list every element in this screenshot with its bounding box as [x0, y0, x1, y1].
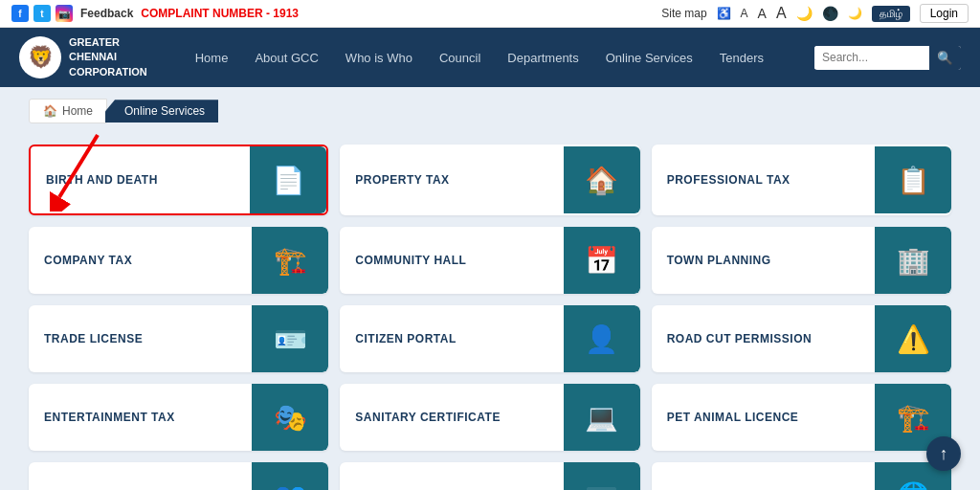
theme-moon2-icon[interactable]: 🌑: [822, 6, 838, 21]
service-label-citizen-portal: CITIZEN PORTAL: [340, 319, 563, 359]
service-card-company-tax[interactable]: COMPANY TAX🏗️: [29, 227, 328, 294]
feedback-label[interactable]: Feedback: [80, 7, 133, 20]
logo-line2: CHENNAI: [69, 50, 147, 64]
topbar: f t 📷 Feedback COMPLAINT NUMBER - 1913 S…: [0, 0, 980, 28]
nav-council[interactable]: Council: [426, 33, 494, 82]
services-area: BIRTH AND DEATH📄PROPERTY TAX🏠PROFESSIONA…: [0, 135, 980, 490]
search-button[interactable]: 🔍: [929, 46, 961, 70]
service-icon-company-tax: 🏗️: [252, 227, 328, 294]
font-large-btn[interactable]: A: [776, 5, 787, 22]
service-card-town-planning[interactable]: TOWN PLANNING🏢: [652, 227, 951, 294]
service-label-company-tax: COMPANY TAX: [29, 240, 252, 280]
service-icon-online-public: 👥: [252, 462, 328, 490]
service-label-town-planning: TOWN PLANNING: [652, 240, 875, 280]
service-label-property-tax: PROPERTY TAX: [340, 160, 563, 200]
service-card-professional-tax[interactable]: PROFESSIONAL TAX📋: [652, 145, 951, 215]
nav-home[interactable]: Home: [182, 33, 242, 82]
nav-links: Home About GCC Who is Who Council Depart…: [182, 33, 814, 82]
service-icon-entertainment-tax: 🎭: [252, 384, 328, 451]
search-box: 🔍: [814, 46, 961, 70]
service-label-community-hall: COMMUNITY HALL: [340, 240, 563, 280]
breadcrumb: 🏠 Home Online Services: [0, 87, 980, 135]
breadcrumb-active: Online Services: [105, 100, 218, 122]
service-label-know-zone: KNOW YOUR ZONE & DIVISION: [652, 476, 875, 490]
sitemap-link[interactable]: Site map: [661, 7, 706, 20]
service-card-road-cut[interactable]: ROAD CUT PERMISSION⚠️: [652, 305, 951, 372]
service-label-dashboard: DASHBOARD: [340, 476, 563, 490]
service-icon-property-tax: 🏠: [564, 146, 640, 213]
twitter-icon[interactable]: t: [33, 5, 51, 22]
service-label-professional-tax: PROFESSIONAL TAX: [652, 160, 875, 200]
nav-tenders[interactable]: Tenders: [706, 33, 777, 82]
service-icon-road-cut: ⚠️: [875, 305, 951, 372]
font-small-btn[interactable]: A: [741, 7, 748, 20]
logo-text: GREATER CHENNAI CORPORATION: [69, 35, 147, 79]
service-label-entertainment-tax: ENTERTAINMENT TAX: [29, 397, 252, 437]
theme-red-icon[interactable]: 🌙: [848, 7, 862, 20]
topbar-left: f t 📷 Feedback COMPLAINT NUMBER - 1913: [11, 5, 299, 22]
breadcrumb-home[interactable]: 🏠 Home: [29, 99, 107, 123]
service-card-entertainment-tax[interactable]: ENTERTAINMENT TAX🎭: [29, 384, 328, 451]
service-card-citizen-portal[interactable]: CITIZEN PORTAL👤: [340, 305, 639, 372]
tamil-btn[interactable]: தமிழ்: [872, 6, 910, 22]
service-label-trade-license: TRADE LICENSE: [29, 319, 252, 359]
service-icon-dashboard: 🪪: [564, 462, 640, 490]
accessibility-icon: ♿: [717, 7, 731, 20]
logo-emblem: 🦁: [28, 45, 54, 70]
service-card-dashboard[interactable]: DASHBOARD🪪: [340, 462, 639, 490]
nav-about[interactable]: About GCC: [241, 33, 331, 82]
topbar-right: Site map ♿ A A A 🌙 🌑 🌙 தமிழ் Login: [661, 4, 969, 23]
service-icon-birth-death: 📄: [250, 146, 326, 213]
service-label-road-cut: ROAD CUT PERMISSION: [652, 319, 875, 359]
service-card-birth-death[interactable]: BIRTH AND DEATH📄: [29, 145, 328, 215]
service-label-pet-animal: PET ANIMAL LICENCE: [652, 397, 875, 437]
service-icon-community-hall: 📅: [564, 227, 640, 294]
service-icon-citizen-portal: 👤: [564, 305, 640, 372]
service-card-community-hall[interactable]: COMMUNITY HALL📅: [340, 227, 639, 294]
home-icon: 🏠: [43, 104, 57, 118]
logo-circle: 🦁: [19, 36, 61, 78]
service-card-know-zone[interactable]: KNOW YOUR ZONE & DIVISION🌐: [652, 462, 951, 490]
social-icons: f t 📷: [11, 5, 73, 22]
font-medium-btn[interactable]: A: [758, 6, 767, 21]
breadcrumb-home-label: Home: [62, 104, 93, 118]
service-icon-sanitary-certificate: 💻: [564, 384, 640, 451]
services-grid: BIRTH AND DEATH📄PROPERTY TAX🏠PROFESSIONA…: [29, 145, 951, 490]
facebook-icon[interactable]: f: [11, 5, 29, 22]
navbar: 🦁 GREATER CHENNAI CORPORATION Home About…: [0, 28, 980, 87]
search-input[interactable]: [814, 46, 929, 69]
nav-online-services[interactable]: Online Services: [592, 33, 706, 82]
logo-line3: CORPORATION: [69, 65, 147, 79]
service-card-online-public[interactable]: ONLINE PUBLIC👥: [29, 462, 328, 490]
service-icon-trade-license: 🪪: [252, 305, 328, 372]
theme-moon1-icon[interactable]: 🌙: [796, 6, 813, 21]
service-label-online-public: ONLINE PUBLIC: [29, 476, 252, 490]
logo-area: 🦁 GREATER CHENNAI CORPORATION: [19, 28, 163, 87]
login-btn[interactable]: Login: [920, 4, 969, 23]
service-card-pet-animal[interactable]: PET ANIMAL LICENCE🏗️: [652, 384, 951, 451]
complaint-label: COMPLAINT NUMBER - 1913: [141, 7, 299, 20]
nav-who[interactable]: Who is Who: [332, 33, 426, 82]
service-card-trade-license[interactable]: TRADE LICENSE🪪: [29, 305, 328, 372]
instagram-icon[interactable]: 📷: [56, 5, 73, 22]
service-card-sanitary-certificate[interactable]: SANITARY CERTIFICATE💻: [340, 384, 639, 451]
service-icon-town-planning: 🏢: [875, 227, 951, 294]
service-label-birth-death: BIRTH AND DEATH: [31, 160, 250, 200]
logo-line1: GREATER: [69, 35, 147, 50]
service-icon-professional-tax: 📋: [875, 146, 951, 213]
scroll-top-btn[interactable]: ↑: [926, 436, 961, 471]
service-card-property-tax[interactable]: PROPERTY TAX🏠: [340, 145, 639, 215]
service-label-sanitary-certificate: SANITARY CERTIFICATE: [340, 397, 563, 437]
nav-departments[interactable]: Departments: [494, 33, 591, 82]
